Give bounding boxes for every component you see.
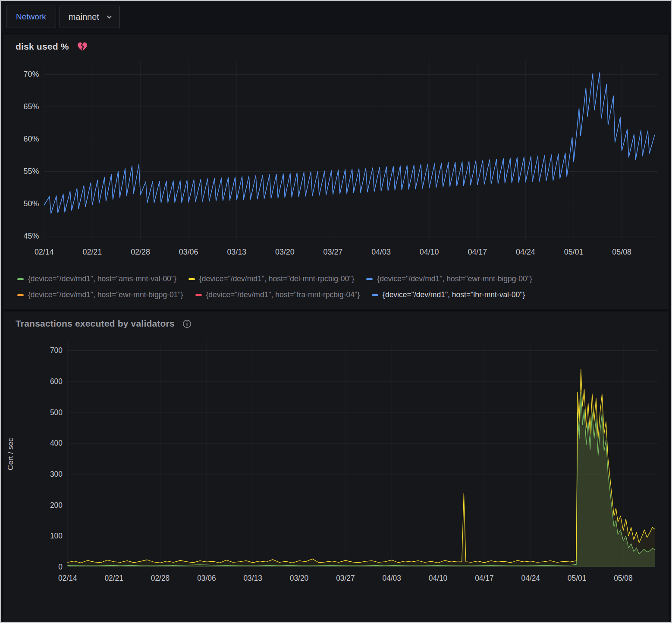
svg-text:05/01: 05/01 xyxy=(564,248,584,256)
svg-text:200: 200 xyxy=(50,501,63,510)
panel-disk-used-header: disk used % xyxy=(3,35,669,53)
svg-text:03/06: 03/06 xyxy=(197,574,216,582)
variable-bar: Network mainnet xyxy=(1,1,671,33)
network-variable-label-text: Network xyxy=(16,12,46,22)
legend-item-label: {device="/dev/md1", host="ewr-mnt-bigpg-… xyxy=(377,274,532,283)
svg-text:45%: 45% xyxy=(24,232,39,240)
svg-text:05/08: 05/08 xyxy=(612,248,631,256)
disk-used-legend: {device="/dev/md1", host="ams-mnt-val-00… xyxy=(3,269,669,307)
legend-item-label: {device="/dev/md1", host="del-mnt-rpcbig… xyxy=(199,274,355,283)
panel-transactions-header: Transactions executed by validators xyxy=(3,312,669,330)
series-color-swatch xyxy=(188,278,195,280)
series-color-swatch xyxy=(17,294,24,296)
svg-text:700: 700 xyxy=(50,346,63,355)
alert-broken-heart-icon xyxy=(77,41,88,52)
svg-text:04/24: 04/24 xyxy=(521,574,540,582)
legend-item[interactable]: {device="/dev/md1", host="ams-mnt-val-00… xyxy=(17,274,176,283)
svg-text:02/28: 02/28 xyxy=(151,574,170,582)
svg-text:04/10: 04/10 xyxy=(429,574,448,582)
info-icon[interactable] xyxy=(182,319,192,328)
svg-text:300: 300 xyxy=(50,470,63,478)
svg-text:600: 600 xyxy=(50,377,63,386)
legend-item[interactable]: {device="/dev/md1", host="ewr-mnt-bigpg-… xyxy=(17,290,183,299)
svg-text:02/21: 02/21 xyxy=(83,248,102,256)
panel-disk-used: disk used % 02/1402/2102/2803/0603/1303/… xyxy=(3,35,669,309)
svg-text:02/21: 02/21 xyxy=(104,574,123,582)
svg-text:02/14: 02/14 xyxy=(58,574,77,582)
legend-item-label: {device="/dev/md1", host="lhr-mnt-val-00… xyxy=(383,290,525,299)
svg-text:02/28: 02/28 xyxy=(131,248,150,256)
series-color-swatch xyxy=(366,278,373,280)
svg-text:Cert / sec: Cert / sec xyxy=(6,438,15,470)
svg-text:60%: 60% xyxy=(24,135,39,143)
svg-text:03/27: 03/27 xyxy=(323,248,343,256)
svg-text:03/13: 03/13 xyxy=(243,574,262,582)
svg-text:400: 400 xyxy=(50,439,63,447)
svg-text:03/20: 03/20 xyxy=(275,248,295,256)
svg-text:02/14: 02/14 xyxy=(35,248,54,256)
series-color-swatch xyxy=(17,278,24,280)
svg-text:04/17: 04/17 xyxy=(475,574,493,582)
svg-text:05/08: 05/08 xyxy=(614,574,632,582)
svg-text:04/24: 04/24 xyxy=(516,248,535,256)
svg-text:03/20: 03/20 xyxy=(290,574,309,582)
legend-item-label: {device="/dev/md1", host="ams-mnt-val-00… xyxy=(28,274,176,283)
network-variable-value: mainnet xyxy=(69,12,99,22)
svg-text:55%: 55% xyxy=(24,167,39,176)
svg-text:65%: 65% xyxy=(24,102,39,111)
svg-text:0: 0 xyxy=(58,563,63,571)
svg-text:50%: 50% xyxy=(24,199,39,208)
svg-text:04/17: 04/17 xyxy=(468,248,487,256)
svg-text:05/01: 05/01 xyxy=(568,574,586,582)
disk-used-chart[interactable]: 02/1402/2102/2803/0603/1303/2003/2704/03… xyxy=(3,53,669,269)
network-variable-label: Network xyxy=(6,6,56,28)
legend-item[interactable]: {device="/dev/md1", host="del-mnt-rpcbig… xyxy=(188,274,355,283)
svg-text:04/03: 04/03 xyxy=(371,248,391,256)
svg-text:500: 500 xyxy=(50,408,63,417)
series-color-swatch xyxy=(372,294,378,296)
legend-item[interactable]: {device="/dev/md1", host="lhr-mnt-val-00… xyxy=(372,290,525,299)
legend-item-label: {device="/dev/md1", host="fra-mnt-rpcbig… xyxy=(206,290,360,299)
chevron-down-icon xyxy=(106,14,113,20)
svg-text:70%: 70% xyxy=(24,70,39,79)
transactions-chart[interactable]: 02/1402/2102/2803/0603/1303/2003/2704/03… xyxy=(3,330,669,598)
svg-text:04/03: 04/03 xyxy=(382,574,401,582)
svg-text:100: 100 xyxy=(50,532,63,540)
svg-text:04/10: 04/10 xyxy=(420,248,439,256)
legend-item[interactable]: {device="/dev/md1", host="fra-mnt-rpcbig… xyxy=(195,290,360,299)
legend-item-label: {device="/dev/md1", host="ewr-mnt-bigpg-… xyxy=(28,290,183,299)
legend-item[interactable]: {device="/dev/md1", host="ewr-mnt-bigpg-… xyxy=(366,274,532,283)
network-variable-select[interactable]: mainnet xyxy=(60,6,120,28)
panel-title-disk-used[interactable]: disk used % xyxy=(16,41,69,52)
svg-text:03/13: 03/13 xyxy=(227,248,246,256)
grafana-dashboard: Network mainnet disk used % 02/1402/2102… xyxy=(0,0,672,623)
svg-text:03/27: 03/27 xyxy=(336,574,355,582)
series-color-swatch xyxy=(195,294,202,296)
panel-title-transactions[interactable]: Transactions executed by validators xyxy=(16,318,175,329)
panel-transactions: Transactions executed by validators 02/1… xyxy=(3,312,669,622)
svg-text:03/06: 03/06 xyxy=(179,248,198,256)
